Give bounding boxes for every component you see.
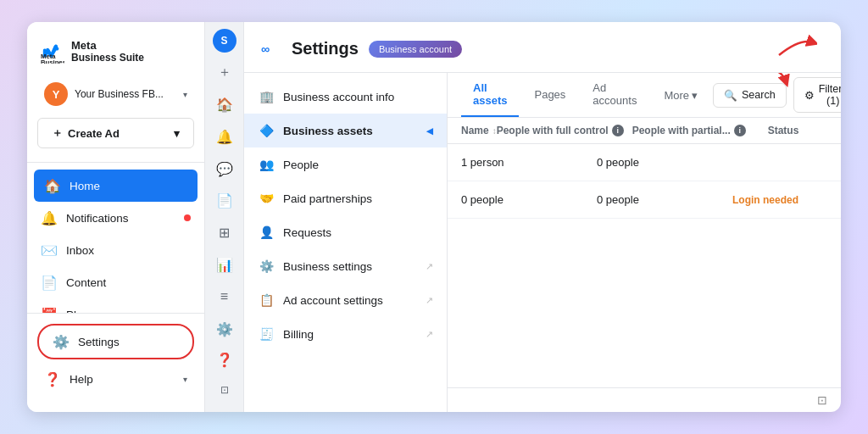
sidebar-item-settings[interactable]: ⚙️ Settings: [37, 324, 194, 359]
info-icon[interactable]: i: [734, 125, 746, 136]
table-area: All assets Pages Ad accounts More ▾ 🔍 Se…: [448, 73, 841, 412]
avatar: Y: [44, 82, 68, 106]
strip-bell-icon[interactable]: 🔔: [209, 121, 240, 152]
inbox-icon: ✉️: [41, 242, 58, 259]
table-footer: ⊡: [448, 387, 841, 412]
chevron-down-icon: ▾: [692, 89, 698, 102]
expand-icon[interactable]: ⊡: [817, 393, 827, 407]
tabs-bar: All assets Pages Ad accounts More ▾ 🔍 Se…: [448, 73, 841, 118]
sidebar-item-label: Content: [66, 276, 106, 289]
svg-text:∞: ∞: [261, 42, 270, 55]
dropdown-business-assets[interactable]: 🔷 Business assets ◀: [244, 114, 447, 147]
create-ad-label: Create Ad: [68, 127, 120, 140]
dropdown-ad-account-settings[interactable]: 📋 Ad account settings ↗: [244, 283, 447, 317]
plus-icon: ＋: [52, 125, 63, 141]
search-label: Search: [742, 89, 776, 101]
tab-more[interactable]: More ▾: [652, 81, 709, 110]
user-name: Your Business FB...: [75, 88, 176, 100]
chevron-down-icon: ▾: [183, 375, 187, 384]
planner-icon: 📅: [41, 306, 58, 313]
home-icon: 🏠: [44, 177, 61, 194]
icon-strip: S ＋ 🏠 🔔 💬 📄 ⊞ 📊 ≡ ⚙️ ❓ ⊡: [205, 22, 244, 412]
tab-pages[interactable]: Pages: [522, 80, 577, 111]
sidebar: Meta Business Suite Meta Business Suite …: [27, 22, 205, 412]
user-selector[interactable]: Y Your Business FB... ▾: [34, 77, 198, 111]
dropdown-item-label: People: [283, 159, 319, 171]
building-icon: 🏢: [258, 88, 275, 105]
col-header-status: Status: [768, 125, 841, 136]
arrow-indicator: [775, 34, 817, 64]
search-button[interactable]: 🔍 Search: [713, 83, 787, 108]
sidebar-item-home[interactable]: 🏠 Home: [34, 170, 198, 202]
strip-expand-icon[interactable]: ⊡: [209, 375, 240, 405]
dropdown-billing[interactable]: 🧾 Billing ↗: [244, 317, 447, 351]
info-icon[interactable]: i: [612, 125, 624, 136]
help-label: Help: [70, 373, 93, 386]
filters-label: Filters (1): [819, 83, 841, 107]
clipboard-icon: 📋: [258, 292, 275, 309]
sidebar-item-label: Notifications: [66, 212, 129, 225]
sidebar-item-notifications[interactable]: 🔔 Notifications: [27, 202, 204, 234]
table-header: Name ↕ People with full control i People…: [448, 118, 841, 144]
cell-status-login-needed: Login needed: [732, 194, 834, 206]
strip-avatar: S: [213, 29, 236, 53]
sidebar-item-planner[interactable]: 📅 Planner: [27, 298, 204, 313]
dropdown-business-account-info[interactable]: 🏢 Business account info: [244, 80, 447, 114]
dropdown-business-settings[interactable]: ⚙️ Business settings ↗: [244, 249, 447, 283]
account-badge: Business account: [369, 41, 462, 58]
logo-area: Meta Business Suite Meta Business Suite: [27, 32, 204, 77]
dropdown-item-label: Paid partnerships: [283, 192, 372, 205]
dropdown-paid-partnerships[interactable]: 🤝 Paid partnerships: [244, 181, 447, 215]
filter-icon: ⚙: [804, 89, 815, 102]
strip-add-icon[interactable]: ＋: [209, 58, 240, 88]
sidebar-divider: [27, 162, 204, 163]
dropdown-item-label: Business account info: [283, 91, 394, 103]
bell-icon: 🔔: [41, 209, 58, 226]
people-icon: 👥: [258, 156, 275, 173]
col-header-name: Name ↕: [461, 125, 497, 136]
chevron-down-icon: ▾: [183, 90, 187, 99]
billing-icon: 🧾: [258, 326, 275, 342]
dropdown-item-label: Business assets: [283, 125, 373, 137]
strip-gear-icon[interactable]: ⚙️: [209, 314, 240, 344]
dropdown-item-label: Requests: [283, 226, 331, 239]
strip-help-icon[interactable]: ❓: [209, 344, 240, 375]
strip-chart-icon[interactable]: 📊: [209, 249, 240, 280]
sidebar-logo-text: Meta Business Suite: [71, 39, 144, 64]
col-header-partial-control: People with partial... i: [632, 125, 768, 136]
strip-chat-icon[interactable]: 💬: [209, 153, 240, 184]
search-icon: 🔍: [724, 89, 737, 102]
tab-all-assets[interactable]: All assets: [461, 73, 519, 117]
sidebar-item-label: Planner: [66, 309, 106, 314]
strip-lines-icon[interactable]: ≡: [209, 281, 240, 312]
filters-button[interactable]: ⚙ Filters (1): [793, 77, 841, 113]
handshake-icon: 🤝: [258, 190, 275, 207]
meta-logo-small-icon: ∞: [261, 39, 281, 59]
svg-text:Business Suite: Business Suite: [41, 58, 64, 64]
sidebar-item-content[interactable]: 📄 Content: [27, 266, 204, 298]
strip-grid-icon[interactable]: ⊞: [209, 218, 240, 248]
settings-icon: ⚙️: [53, 333, 70, 350]
help-icon: ❓: [44, 370, 61, 387]
tabs-actions: 🔍 Search ⚙ Filters (1) Add assets: [713, 76, 841, 114]
external-link-icon: ↗: [426, 261, 433, 272]
notification-dot: [184, 214, 191, 221]
dropdown-requests[interactable]: 👤 Requests: [244, 215, 447, 249]
sidebar-item-help[interactable]: ❓ Help ▾: [31, 363, 201, 395]
diamond-icon: 🔷: [258, 122, 275, 139]
tab-ad-accounts[interactable]: Ad accounts: [581, 73, 648, 117]
dropdown-item-label: Business settings: [283, 260, 372, 273]
table-row: 0 people 0 people Login needed: [448, 181, 841, 219]
dropdown-item-label: Billing: [283, 328, 314, 341]
cell-partial-control: 0 people: [597, 193, 732, 206]
content-area: ∞ Settings Business account: [244, 22, 841, 412]
dropdown-people[interactable]: 👥 People: [244, 147, 447, 181]
create-ad-button[interactable]: ＋ Create Ad ▾: [37, 118, 194, 148]
strip-content-icon[interactable]: 📄: [209, 186, 240, 216]
content-header: ∞ Settings Business account: [244, 22, 841, 73]
strip-home-icon[interactable]: 🏠: [209, 90, 240, 120]
sidebar-item-inbox[interactable]: ✉️ Inbox: [27, 234, 204, 266]
external-link-icon: ↗: [426, 329, 433, 340]
cell-full-control: 1 person: [461, 156, 597, 169]
sidebar-nav: 🏠 Home 🔔 Notifications ✉️ Inbox 📄 Conten…: [27, 170, 204, 313]
